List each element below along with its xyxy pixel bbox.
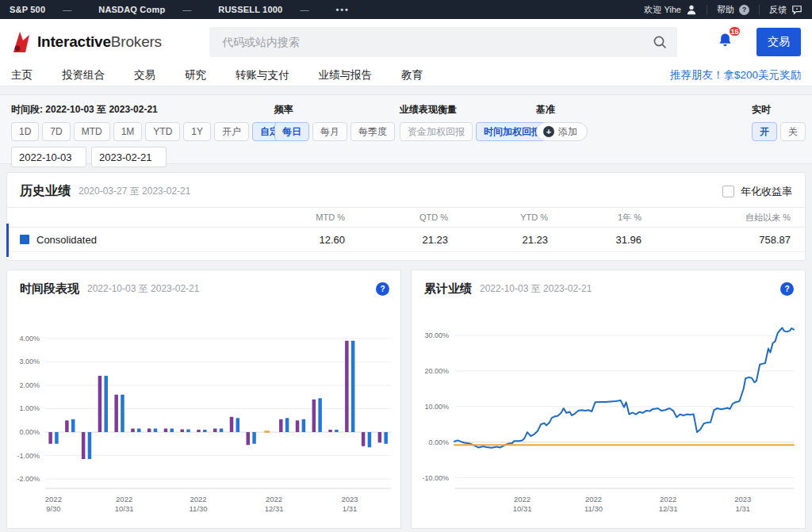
notifications-button[interactable]: 15 [716, 31, 734, 53]
annualized-toggle[interactable]: 年化收益率 [722, 185, 792, 199]
benchmark-label: 基准 [536, 103, 752, 117]
ticker-value: — [63, 5, 71, 14]
svg-text:1/31: 1/31 [343, 504, 358, 513]
ticker-nasdaq[interactable]: NASDAQ Comp — [98, 5, 191, 14]
ticker-sp500[interactable]: S&P 500 — [10, 5, 71, 14]
svg-text:2022: 2022 [585, 495, 602, 503]
svg-text:0.00%: 0.00% [428, 438, 449, 446]
svg-text:3.00%: 3.00% [19, 358, 40, 366]
freq-monthly-button[interactable]: 每月 [312, 122, 347, 141]
nav-home[interactable]: 主页 [11, 68, 33, 82]
svg-text:2022: 2022 [45, 495, 62, 503]
filter-bar: 时间段: 2022-10-03 至 2023-02-21 1D 7D MTD 1… [0, 94, 812, 164]
ticker-name: NASDAQ Comp [98, 5, 165, 14]
account-name: Consolidated [36, 234, 97, 246]
svg-text:4.00%: 4.00% [19, 335, 40, 343]
range-1y-button[interactable]: 1Y [183, 122, 211, 141]
search-input[interactable] [209, 27, 677, 57]
nav-education[interactable]: 教育 [401, 68, 423, 82]
cumulative-chart-range: 2022-10-03 至 2023-02-21 [480, 282, 592, 296]
money-weighted-button[interactable]: 资金加权回报 [400, 122, 473, 141]
svg-text:10/31: 10/31 [513, 504, 532, 513]
help-menu[interactable]: 帮助 ? [717, 4, 749, 16]
notification-badge: 15 [728, 25, 741, 37]
svg-text:-10.00%: -10.00% [422, 474, 449, 482]
help-icon[interactable]: ? [376, 282, 389, 296]
table-row[interactable]: Consolidated 12.60 21.23 21.23 31.96 758… [7, 228, 805, 252]
annualized-checkbox[interactable] [722, 186, 734, 197]
plus-icon: + [543, 126, 554, 137]
ticker-value: — [182, 5, 191, 14]
period-performance-bar-chart: 4.00%3.00%2.00%1.00%0.00%-1.00%-2.00%202… [7, 304, 399, 525]
svg-text:2023: 2023 [734, 495, 751, 503]
realtime-off-button[interactable]: 关 [780, 122, 806, 141]
period-chart-title: 时间段表现 [20, 281, 79, 297]
welcome-label: 欢迎 Yihe [644, 4, 681, 16]
date-from-input[interactable] [11, 147, 86, 167]
svg-text:10/31: 10/31 [115, 504, 134, 513]
brand-text: InteractiveBrokers [37, 33, 162, 51]
ytd-value: 21.23 [448, 234, 548, 246]
feedback-button[interactable]: 反馈 [769, 4, 802, 16]
ibkr-logo[interactable]: InteractiveBrokers [11, 30, 162, 54]
table-header-row: MTD % QTD % YTD % 1年 % 自始以来 % [7, 207, 805, 228]
trade-button[interactable]: 交易 [756, 28, 801, 56]
realtime-label: 实时 [752, 103, 801, 117]
selected-row-accent [6, 224, 9, 257]
range-mtd-button[interactable]: MTD [74, 122, 110, 141]
realtime-on-button[interactable]: 开 [752, 122, 777, 141]
ticker-value: — [300, 5, 308, 14]
help-label: 帮助 [717, 4, 734, 16]
help-icon: ? [739, 5, 749, 15]
nav-research[interactable]: 研究 [185, 68, 206, 82]
period-label: 时间段: 2022-10-03 至 2023-02-21 [11, 103, 274, 117]
search-icon[interactable] [652, 34, 668, 53]
app-header: InteractiveBrokers 15 交易 [0, 19, 812, 65]
svg-text:2023: 2023 [342, 495, 358, 503]
range-ytd-button[interactable]: YTD [145, 122, 180, 141]
nav-performance-reports[interactable]: 业绩与报告 [319, 68, 373, 82]
svg-text:9/30: 9/30 [46, 504, 61, 513]
col-1y: 1年 % [548, 212, 642, 224]
nav-transfer-pay[interactable]: 转账与支付 [236, 68, 289, 82]
ticker-russell[interactable]: RUSSELL 1000 — [218, 5, 308, 14]
historical-performance-panel: 历史业绩 2020-03-27 至 2023-02-21 年化收益率 MTD %… [6, 172, 806, 261]
nav-portfolio[interactable]: 投资组合 [62, 68, 105, 82]
date-to-input[interactable] [91, 147, 167, 167]
range-1d-button[interactable]: 1D [11, 122, 39, 141]
col-qtd: QTD % [345, 212, 448, 222]
freq-quarterly-button[interactable]: 每季度 [350, 122, 395, 141]
svg-text:2022: 2022 [266, 495, 282, 503]
annualized-label: 年化收益率 [741, 185, 792, 199]
help-icon[interactable]: ? [780, 282, 794, 296]
freq-daily-button[interactable]: 每日 [274, 122, 309, 141]
measure-label: 业绩表现衡量 [400, 103, 536, 117]
user-icon [686, 4, 697, 15]
refer-friend-link[interactable]: 推荐朋友！拿$200美元奖励 [670, 68, 801, 82]
range-7d-button[interactable]: 7D [42, 122, 70, 141]
ticker-name: S&P 500 [10, 5, 45, 14]
welcome-user-menu[interactable]: 欢迎 Yihe [644, 4, 697, 16]
svg-text:-1.00%: -1.00% [17, 452, 40, 460]
period-chart-range: 2022-10-03 至 2023-02-21 [87, 282, 199, 296]
1y-value: 31.96 [548, 234, 642, 246]
cumulative-chart-title: 累计业绩 [424, 281, 472, 297]
add-benchmark-button[interactable]: + 添加 [536, 122, 588, 141]
ibkr-logo-icon [11, 30, 32, 54]
range-inception-button[interactable]: 开户 [214, 122, 249, 141]
market-ticker-bar: S&P 500 — NASDAQ Comp — RUSSELL 1000 — •… [0, 0, 812, 19]
svg-text:20.00%: 20.00% [424, 367, 449, 375]
col-inception: 自始以来 % [642, 212, 791, 224]
frequency-label: 频率 [274, 103, 400, 117]
history-title: 历史业绩 [20, 183, 71, 200]
history-table: MTD % QTD % YTD % 1年 % 自始以来 % Consolidat… [7, 207, 805, 252]
range-1m-button[interactable]: 1M [113, 122, 143, 141]
series-color-swatch [20, 235, 29, 244]
feedback-icon [791, 5, 802, 15]
svg-text:2022: 2022 [660, 495, 676, 503]
main-nav: 主页 投资组合 交易 研究 转账与支付 业绩与报告 教育 推荐朋友！拿$200美… [0, 65, 812, 86]
ticker-overflow-button[interactable]: ••• [335, 5, 350, 14]
col-mtd: MTD % [240, 212, 345, 222]
svg-text:12/31: 12/31 [265, 504, 284, 513]
nav-trade[interactable]: 交易 [134, 68, 155, 82]
